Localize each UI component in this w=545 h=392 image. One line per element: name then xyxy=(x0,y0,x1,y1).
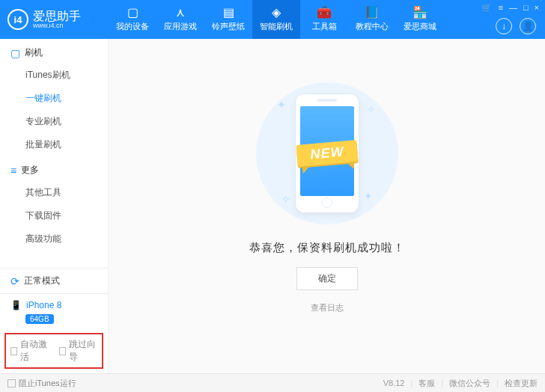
menu-icon[interactable]: ≡ xyxy=(498,3,502,13)
support-link[interactable]: 客服 xyxy=(418,378,435,389)
minimize-button[interactable]: — xyxy=(509,3,517,13)
nav-label: 铃声壁纸 xyxy=(212,21,245,32)
flash-icon: ◈ xyxy=(272,7,281,19)
checkbox-auto-activate[interactable]: 自动激活 xyxy=(10,338,49,364)
version-label: V8.12 xyxy=(383,379,405,388)
nav-label: 教程中心 xyxy=(356,21,389,32)
nav-flash[interactable]: ◈智能刷机 xyxy=(252,0,300,39)
nav-apps[interactable]: ⋏应用游戏 xyxy=(156,0,204,39)
checkbox-block-itunes[interactable]: 阻止iTunes运行 xyxy=(7,378,76,389)
nav-toolbox[interactable]: 🧰工具箱 xyxy=(300,0,348,39)
window-controls: 🛒 ≡ — □ × xyxy=(481,3,539,13)
sidebar-group-more: ≡ 更多 xyxy=(0,156,108,181)
wallpaper-icon: ▤ xyxy=(223,7,234,19)
main-content: ✦ ✧ ✧ ✦ NEW 恭喜您，保资料刷机成功啦！ 确定 查看日志 xyxy=(109,39,545,373)
success-message: 恭喜您，保资料刷机成功啦！ xyxy=(249,241,405,255)
phone-icon: ▢ xyxy=(127,7,138,19)
cb-label: 阻止iTunes运行 xyxy=(19,378,76,389)
nav-label: 我的设备 xyxy=(116,21,149,32)
mode-row[interactable]: ⟳ 正常模式 xyxy=(0,268,108,293)
brand: i4 爱思助手 www.i4.cn xyxy=(0,9,109,30)
sidebar-item-download-firmware[interactable]: 下载固件 xyxy=(25,204,108,227)
sidebar-item-pro-flash[interactable]: 专业刷机 xyxy=(25,110,108,133)
sidebar-item-advanced[interactable]: 高级功能 xyxy=(25,227,108,251)
nav-label: 爱思商城 xyxy=(404,21,436,32)
sidebar-item-other-tools[interactable]: 其他工具 xyxy=(25,181,108,204)
nav-my-device[interactable]: ▢我的设备 xyxy=(109,0,156,39)
user-button[interactable]: 👤 xyxy=(520,18,536,34)
ok-button[interactable]: 确定 xyxy=(296,267,358,290)
sparkle-icon: ✦ xyxy=(277,99,286,111)
close-button[interactable]: × xyxy=(535,3,539,13)
cb-label: 自动激活 xyxy=(20,338,49,364)
brand-subtitle: www.i4.cn xyxy=(33,22,81,29)
nav-ringtones[interactable]: ▤铃声壁纸 xyxy=(204,0,252,39)
apps-icon: ⋏ xyxy=(176,7,185,19)
view-log-link[interactable]: 查看日志 xyxy=(311,302,344,313)
checkbox-skip-guide[interactable]: 跳过向导 xyxy=(59,338,97,364)
brand-logo-icon: i4 xyxy=(7,9,28,30)
group-title: 刷机 xyxy=(25,46,43,59)
status-bar: 阻止iTunes运行 V8.12 | 客服 | 微信公众号 | 检查更新 xyxy=(0,373,545,392)
sidebar: ▢ 刷机 iTunes刷机 一键刷机 专业刷机 批量刷机 ≡ 更多 其他工具 下… xyxy=(0,39,109,373)
header-actions: ↓ 👤 xyxy=(496,18,536,34)
sidebar-item-batch-flash[interactable]: 批量刷机 xyxy=(25,133,108,156)
list-icon: ≡ xyxy=(10,165,16,177)
sidebar-group-flash: ▢ 刷机 xyxy=(0,39,108,64)
device-row[interactable]: 📱 iPhone 8 64GB xyxy=(0,293,108,331)
book-icon: 📘 xyxy=(365,7,380,19)
device-name-label: iPhone 8 xyxy=(26,300,61,310)
toolbox-icon: 🧰 xyxy=(317,7,332,19)
group-title: 更多 xyxy=(21,164,39,177)
sidebar-item-itunes-flash[interactable]: iTunes刷机 xyxy=(25,64,108,87)
sparkle-icon: ✧ xyxy=(367,103,376,115)
options-highlight-box: 自动激活 跳过向导 xyxy=(4,333,103,369)
cb-label: 跳过向导 xyxy=(69,338,97,364)
nav-label: 应用游戏 xyxy=(164,21,197,32)
new-ribbon: NEW xyxy=(296,140,358,167)
sparkle-icon: ✦ xyxy=(364,190,373,202)
refresh-icon: ⟳ xyxy=(10,275,19,287)
nav-store[interactable]: 🏪爱思商城 xyxy=(396,0,444,39)
storage-badge: 64GB xyxy=(25,314,54,324)
app-header: i4 爱思助手 www.i4.cn ▢我的设备 ⋏应用游戏 ▤铃声壁纸 ◈智能刷… xyxy=(0,0,545,39)
cart-icon[interactable]: 🛒 xyxy=(481,3,492,13)
top-nav: ▢我的设备 ⋏应用游戏 ▤铃声壁纸 ◈智能刷机 🧰工具箱 📘教程中心 🏪爱思商城 xyxy=(109,0,444,39)
store-icon: 🏪 xyxy=(412,7,427,19)
wechat-link[interactable]: 微信公众号 xyxy=(449,378,490,389)
download-button[interactable]: ↓ xyxy=(496,18,512,34)
maximize-button[interactable]: □ xyxy=(523,3,529,13)
nav-tutorials[interactable]: 📘教程中心 xyxy=(348,0,396,39)
mode-label: 正常模式 xyxy=(24,275,60,287)
success-illustration: ✦ ✧ ✧ ✦ NEW xyxy=(256,82,398,224)
device-icon: ▢ xyxy=(10,47,20,59)
sidebar-item-oneclick-flash[interactable]: 一键刷机 xyxy=(25,87,108,110)
check-update-link[interactable]: 检查更新 xyxy=(505,378,538,389)
sparkle-icon: ✧ xyxy=(281,193,290,205)
nav-label: 工具箱 xyxy=(312,21,337,32)
phone-icon: 📱 xyxy=(10,300,22,310)
brand-name: 爱思助手 xyxy=(33,10,81,22)
nav-label: 智能刷机 xyxy=(260,21,293,32)
